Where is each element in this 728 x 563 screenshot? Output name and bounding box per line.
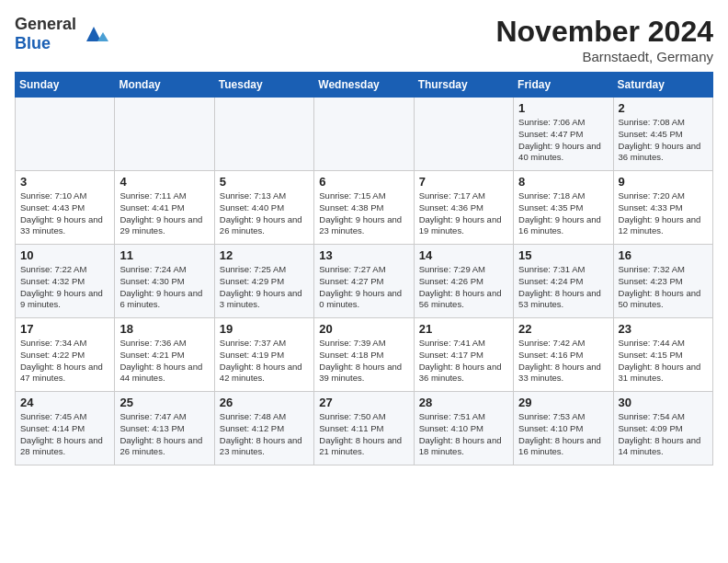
day-info: Sunrise: 7:22 AM Sunset: 4:32 PM Dayligh… [20, 264, 109, 311]
day-cell: 18Sunrise: 7:36 AM Sunset: 4:21 PM Dayli… [115, 318, 214, 392]
day-cell: 7Sunrise: 7:17 AM Sunset: 4:36 PM Daylig… [414, 171, 513, 245]
day-info: Sunrise: 7:54 AM Sunset: 4:09 PM Dayligh… [619, 411, 708, 458]
day-number: 7 [419, 175, 508, 189]
day-cell: 22Sunrise: 7:42 AM Sunset: 4:16 PM Dayli… [514, 318, 613, 392]
day-info: Sunrise: 7:11 AM Sunset: 4:41 PM Dayligh… [119, 190, 209, 237]
weekday-header-row: SundayMondayTuesdayWednesdayThursdayFrid… [16, 73, 713, 98]
calendar-table: SundayMondayTuesdayWednesdayThursdayFrid… [15, 72, 713, 465]
day-cell: 5Sunrise: 7:13 AM Sunset: 4:40 PM Daylig… [214, 171, 313, 245]
day-cell: 29Sunrise: 7:53 AM Sunset: 4:10 PM Dayli… [514, 392, 613, 465]
day-info: Sunrise: 7:51 AM Sunset: 4:10 PM Dayligh… [419, 411, 508, 458]
logo: General Blue [15, 15, 108, 52]
day-number: 12 [220, 248, 309, 262]
day-cell [314, 98, 414, 171]
title-block: November 2024 Barnstaedt, Germany [495, 15, 713, 64]
weekday-header-monday: Monday [115, 73, 214, 98]
day-cell: 17Sunrise: 7:34 AM Sunset: 4:22 PM Dayli… [16, 318, 115, 392]
day-number: 3 [20, 175, 109, 189]
weekday-header-saturday: Saturday [613, 73, 712, 98]
day-info: Sunrise: 7:32 AM Sunset: 4:23 PM Dayligh… [619, 264, 708, 311]
day-number: 21 [419, 322, 508, 336]
day-cell: 12Sunrise: 7:25 AM Sunset: 4:29 PM Dayli… [214, 245, 313, 318]
week-row-3: 10Sunrise: 7:22 AM Sunset: 4:32 PM Dayli… [16, 245, 713, 318]
weekday-header-tuesday: Tuesday [214, 73, 313, 98]
day-number: 5 [220, 175, 309, 189]
day-number: 13 [319, 248, 408, 262]
day-number: 18 [119, 322, 209, 336]
day-cell: 6Sunrise: 7:15 AM Sunset: 4:38 PM Daylig… [314, 171, 414, 245]
day-number: 25 [119, 396, 209, 409]
day-cell [214, 98, 313, 171]
day-info: Sunrise: 7:27 AM Sunset: 4:27 PM Dayligh… [319, 264, 408, 311]
weekday-header-sunday: Sunday [16, 73, 115, 98]
week-row-1: 1Sunrise: 7:06 AM Sunset: 4:47 PM Daylig… [16, 98, 713, 171]
day-number: 20 [319, 322, 408, 336]
svg-marker-1 [97, 32, 108, 41]
day-info: Sunrise: 7:45 AM Sunset: 4:14 PM Dayligh… [20, 411, 109, 458]
day-number: 6 [319, 175, 408, 189]
location: Barnstaedt, Germany [495, 49, 713, 64]
day-info: Sunrise: 7:50 AM Sunset: 4:11 PM Dayligh… [319, 411, 408, 458]
day-info: Sunrise: 7:24 AM Sunset: 4:30 PM Dayligh… [119, 264, 209, 311]
day-number: 24 [20, 396, 109, 409]
day-cell: 26Sunrise: 7:48 AM Sunset: 4:12 PM Dayli… [214, 392, 313, 465]
day-number: 26 [220, 396, 309, 409]
day-number: 22 [518, 322, 608, 336]
day-cell: 25Sunrise: 7:47 AM Sunset: 4:13 PM Dayli… [115, 392, 214, 465]
day-cell: 14Sunrise: 7:29 AM Sunset: 4:26 PM Dayli… [414, 245, 513, 318]
day-number: 14 [419, 248, 508, 262]
weekday-header-wednesday: Wednesday [314, 73, 414, 98]
day-number: 17 [20, 322, 109, 336]
day-number: 2 [619, 101, 708, 115]
logo-icon [79, 19, 108, 49]
day-cell: 16Sunrise: 7:32 AM Sunset: 4:23 PM Dayli… [613, 245, 712, 318]
month-title: November 2024 [495, 15, 713, 49]
day-cell: 13Sunrise: 7:27 AM Sunset: 4:27 PM Dayli… [314, 245, 414, 318]
weekday-header-friday: Friday [514, 73, 613, 98]
week-row-5: 24Sunrise: 7:45 AM Sunset: 4:14 PM Dayli… [16, 392, 713, 465]
day-info: Sunrise: 7:17 AM Sunset: 4:36 PM Dayligh… [419, 190, 508, 237]
day-info: Sunrise: 7:08 AM Sunset: 4:45 PM Dayligh… [619, 117, 708, 164]
day-number: 27 [319, 396, 408, 409]
logo-blue: Blue [15, 34, 51, 52]
day-info: Sunrise: 7:29 AM Sunset: 4:26 PM Dayligh… [419, 264, 508, 311]
day-cell: 24Sunrise: 7:45 AM Sunset: 4:14 PM Dayli… [16, 392, 115, 465]
day-number: 9 [619, 175, 708, 189]
day-info: Sunrise: 7:44 AM Sunset: 4:15 PM Dayligh… [619, 338, 708, 385]
day-cell: 10Sunrise: 7:22 AM Sunset: 4:32 PM Dayli… [16, 245, 115, 318]
day-cell: 9Sunrise: 7:20 AM Sunset: 4:33 PM Daylig… [613, 171, 712, 245]
logo-general: General [15, 15, 76, 33]
day-info: Sunrise: 7:53 AM Sunset: 4:10 PM Dayligh… [518, 411, 608, 458]
day-cell: 23Sunrise: 7:44 AM Sunset: 4:15 PM Dayli… [613, 318, 712, 392]
day-number: 28 [419, 396, 508, 409]
day-info: Sunrise: 7:06 AM Sunset: 4:47 PM Dayligh… [518, 117, 608, 164]
day-info: Sunrise: 7:25 AM Sunset: 4:29 PM Dayligh… [220, 264, 309, 311]
day-number: 10 [20, 248, 109, 262]
day-info: Sunrise: 7:47 AM Sunset: 4:13 PM Dayligh… [119, 411, 209, 458]
day-number: 23 [619, 322, 708, 336]
day-cell: 11Sunrise: 7:24 AM Sunset: 4:30 PM Dayli… [115, 245, 214, 318]
day-info: Sunrise: 7:20 AM Sunset: 4:33 PM Dayligh… [619, 190, 708, 237]
day-info: Sunrise: 7:48 AM Sunset: 4:12 PM Dayligh… [220, 411, 309, 458]
day-info: Sunrise: 7:41 AM Sunset: 4:17 PM Dayligh… [419, 338, 508, 385]
week-row-4: 17Sunrise: 7:34 AM Sunset: 4:22 PM Dayli… [16, 318, 713, 392]
day-cell: 4Sunrise: 7:11 AM Sunset: 4:41 PM Daylig… [115, 171, 214, 245]
day-number: 4 [119, 175, 209, 189]
day-info: Sunrise: 7:13 AM Sunset: 4:40 PM Dayligh… [220, 190, 309, 237]
day-info: Sunrise: 7:34 AM Sunset: 4:22 PM Dayligh… [20, 338, 109, 385]
day-info: Sunrise: 7:39 AM Sunset: 4:18 PM Dayligh… [319, 338, 408, 385]
day-cell [115, 98, 214, 171]
day-number: 1 [518, 101, 608, 115]
weekday-header-thursday: Thursday [414, 73, 513, 98]
day-cell: 15Sunrise: 7:31 AM Sunset: 4:24 PM Dayli… [514, 245, 613, 318]
day-number: 29 [518, 396, 608, 409]
page-header: General Blue November 2024 Barnstaedt, G… [15, 15, 713, 64]
day-cell: 20Sunrise: 7:39 AM Sunset: 4:18 PM Dayli… [314, 318, 414, 392]
day-info: Sunrise: 7:36 AM Sunset: 4:21 PM Dayligh… [119, 338, 209, 385]
day-number: 19 [220, 322, 309, 336]
day-info: Sunrise: 7:31 AM Sunset: 4:24 PM Dayligh… [518, 264, 608, 311]
day-cell: 28Sunrise: 7:51 AM Sunset: 4:10 PM Dayli… [414, 392, 513, 465]
day-cell: 1Sunrise: 7:06 AM Sunset: 4:47 PM Daylig… [514, 98, 613, 171]
day-number: 30 [619, 396, 708, 409]
day-number: 8 [518, 175, 608, 189]
